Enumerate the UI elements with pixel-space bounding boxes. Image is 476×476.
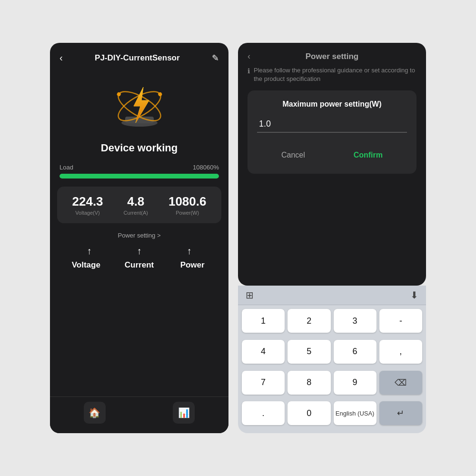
right-header: ‹ Power setting (238, 43, 426, 66)
confirm-button[interactable]: Confirm (339, 146, 397, 164)
keyboard-toolbar: ⊞ ⬇ (238, 286, 426, 305)
info-icon: ℹ (248, 67, 250, 76)
device-status: Device working (101, 142, 178, 154)
nav-home-button[interactable]: 🏠 (84, 402, 106, 424)
load-percent: 108060% (193, 164, 219, 171)
load-bar-fill (60, 174, 219, 178)
power-value: 1080.6 (169, 194, 207, 209)
arrows-row: ↑ ↑ ↑ (50, 246, 228, 257)
current-unit: Current(A) (124, 210, 148, 216)
chart-icon: 📊 (178, 407, 190, 418)
key-3[interactable]: 3 (334, 309, 377, 333)
key-5[interactable]: 5 (288, 340, 330, 364)
voltage-metric: 224.3 Voltage(V) (72, 194, 103, 216)
right-panel-title: Power setting (306, 52, 358, 61)
info-banner: ℹ Please follow the professional guidanc… (248, 66, 416, 83)
key-8[interactable]: 8 (288, 371, 330, 395)
info-text: Please follow the professional guidance … (254, 66, 416, 83)
power-metric: 1080.6 Power(W) (169, 194, 207, 216)
left-panel-title: PJ-DIY-CurrentSensor (95, 53, 180, 63)
key-6[interactable]: 6 (334, 340, 377, 364)
keyboard-grid: 123-456,789⌫.0English (USA)↵ (238, 305, 426, 433)
dialog-actions: Cancel Confirm (257, 142, 407, 164)
voltage-label: Voltage (67, 260, 105, 270)
nav-chart-button[interactable]: 📊 (173, 402, 195, 424)
current-label: Current (120, 260, 158, 270)
power-arrow-icon: ↑ (187, 246, 192, 257)
key-⌫[interactable]: ⌫ (379, 371, 422, 395)
current-arrow-icon: ↑ (137, 246, 142, 257)
left-back-button[interactable]: ‹ (60, 52, 63, 63)
keyboard-area: ⊞ ⬇ 123-456,789⌫.0English (USA)↵ (238, 286, 426, 433)
dialog-title: Maximum power setting(W) (257, 100, 407, 109)
labels-row: Voltage Current Power (50, 260, 228, 270)
load-bar (60, 174, 219, 178)
voltage-arrow-icon: ↑ (87, 246, 92, 257)
key-1[interactable]: 1 (242, 309, 285, 333)
right-back-button[interactable]: ‹ (248, 51, 250, 61)
right-panel: ‹ Power setting ℹ Please follow the prof… (238, 43, 426, 433)
device-icon (111, 78, 168, 135)
power-input[interactable] (257, 116, 407, 133)
home-icon: 🏠 (89, 407, 100, 418)
cancel-button[interactable]: Cancel (267, 146, 319, 164)
key-4[interactable]: 4 (242, 340, 285, 364)
voltage-value: 224.3 (72, 194, 103, 209)
bottom-nav: 🏠 📊 (50, 397, 228, 433)
power-setting-link[interactable]: Power setting > (50, 232, 228, 239)
device-visual: Device working (50, 68, 228, 159)
key-,[interactable]: , (379, 340, 422, 364)
power-label: Power (173, 260, 211, 270)
keyboard-toolbar-right-icon[interactable]: ⬇ (410, 289, 418, 301)
keyboard-toolbar-left-icon[interactable]: ⊞ (246, 289, 254, 301)
power-setting-panel: ‹ Power setting ℹ Please follow the prof… (238, 43, 426, 286)
power-unit: Power(W) (176, 210, 199, 216)
key-↵[interactable]: ↵ (379, 401, 422, 425)
left-panel: ‹ PJ-DIY-CurrentSensor ✎ (50, 43, 228, 433)
metrics-card: 224.3 Voltage(V) 4.8 Current(A) 1080.6 P… (57, 187, 221, 223)
load-section: Load 108060% (50, 159, 228, 181)
current-value: 4.8 (127, 194, 144, 209)
voltage-unit: Voltage(V) (75, 210, 99, 216)
load-label: Load (60, 164, 73, 171)
key-9[interactable]: 9 (334, 371, 377, 395)
key-English-(USA)[interactable]: English (USA) (334, 401, 377, 425)
dialog-box: Maximum power setting(W) Cancel Confirm (248, 90, 416, 174)
key-0[interactable]: 0 (288, 401, 330, 425)
edit-icon[interactable]: ✎ (212, 53, 219, 63)
key-2[interactable]: 2 (288, 309, 330, 333)
current-metric: 4.8 Current(A) (124, 194, 148, 216)
key-.[interactable]: . (242, 401, 285, 425)
key-7[interactable]: 7 (242, 371, 285, 395)
key--[interactable]: - (379, 309, 422, 333)
